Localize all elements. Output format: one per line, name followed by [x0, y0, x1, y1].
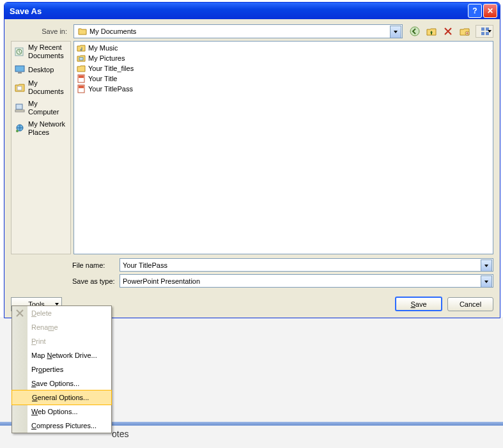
sidebar-item-label: My Documents	[28, 79, 68, 96]
svg-rect-2	[481, 27, 484, 31]
menu-item-map-network-drive[interactable]: Map Network Drive...	[12, 348, 111, 362]
up-one-level-button[interactable]	[426, 26, 437, 37]
close-button[interactable]: ✕	[483, 4, 497, 18]
sidebar-item-label: Desktop	[28, 66, 54, 74]
menu-item-compress-pictures[interactable]: Compress Pictures...	[12, 419, 111, 433]
file-list-pane[interactable]: My MusicMy PicturesYour Title_filesYour …	[74, 41, 493, 254]
filename-input[interactable]: Your TitlePass	[120, 258, 493, 272]
menu-item-label: Compress Pictures...	[31, 422, 97, 429]
save-as-dialog: Save As ? ✕ Save in: My Documents My Rec…	[4, 2, 500, 318]
cancel-button[interactable]: Cancel	[447, 297, 493, 311]
svg-rect-8	[15, 66, 24, 72]
ppt-file-icon	[77, 84, 86, 93]
sidebar-item-computer[interactable]: My Computer	[12, 98, 70, 118]
file-name: My Music	[88, 44, 118, 52]
tools-menu: DeleteRenamePrintMap Network Drive...Pro…	[12, 305, 112, 433]
desktop-icon	[14, 64, 26, 75]
file-name: Your Title_files	[88, 65, 134, 72]
menu-item-rename: Rename	[12, 320, 111, 334]
new-folder-button[interactable]	[459, 26, 470, 37]
views-button[interactable]	[476, 25, 493, 38]
svg-rect-11	[16, 104, 22, 109]
svg-point-14	[16, 130, 19, 132]
help-button[interactable]: ?	[468, 4, 482, 18]
dialog-title: Save As	[7, 6, 467, 16]
sidebar-item-label: My Computer	[28, 100, 68, 116]
save-in-value: My Documents	[89, 27, 136, 35]
save-as-type-label: Save as type:	[72, 277, 120, 285]
chevron-down-icon[interactable]	[481, 275, 492, 288]
sidebar-item-recent[interactable]: My Recent Documents	[12, 42, 70, 62]
computer-icon	[14, 102, 26, 114]
sidebar-item-documents[interactable]: My Documents	[12, 77, 70, 98]
svg-rect-10	[17, 86, 22, 90]
title-bar[interactable]: Save As ? ✕	[4, 3, 500, 19]
menu-item-label: Print	[31, 337, 46, 345]
filename-value: Your TitlePass	[123, 261, 167, 269]
folder-icon	[77, 43, 86, 52]
recent-documents-icon	[14, 46, 26, 58]
menu-item-delete: Delete	[12, 306, 111, 320]
file-name: My Pictures	[88, 54, 125, 62]
svg-rect-17	[79, 75, 84, 78]
places-bar: My Recent Documents Desktop My Documents…	[11, 41, 71, 254]
sidebar-item-network[interactable]: My Network Places	[12, 118, 70, 139]
file-name: Your Title	[88, 75, 117, 82]
menu-item-print: Print	[12, 334, 111, 348]
svg-rect-12	[15, 110, 24, 112]
delete-icon	[15, 308, 25, 318]
network-icon	[14, 123, 26, 134]
sidebar-item-label: My Network Places	[28, 120, 68, 137]
file-item[interactable]: Your Title_files	[75, 63, 491, 73]
chevron-down-icon[interactable]	[390, 26, 401, 38]
svg-rect-4	[481, 32, 484, 35]
menu-item-label: Delete	[31, 309, 52, 317]
notes-fragment: otes	[112, 429, 128, 439]
file-item[interactable]: My Pictures	[75, 53, 491, 63]
svg-rect-15	[79, 58, 83, 60]
file-name: Your TitlePass	[88, 85, 133, 93]
svg-rect-19	[79, 86, 84, 88]
save-as-type-dropdown[interactable]: PowerPoint Presentation	[120, 274, 493, 288]
folder-icon	[77, 64, 86, 73]
file-item[interactable]: Your Title	[75, 73, 491, 84]
menu-item-label: Rename	[31, 323, 58, 331]
menu-item-label: Save Options...	[31, 380, 79, 387]
sidebar-item-desktop[interactable]: Desktop	[12, 62, 70, 77]
documents-icon	[14, 82, 26, 93]
svg-rect-9	[18, 72, 22, 73]
save-in-label: Save in:	[13, 27, 74, 35]
save-as-type-value: PowerPoint Presentation	[123, 277, 200, 285]
menu-item-label: Properties	[31, 366, 63, 373]
save-in-row: Save in: My Documents	[4, 19, 500, 41]
folder-icon	[77, 54, 86, 63]
menu-item-label: General Options...	[32, 394, 89, 401]
menu-item-general-options[interactable]: General Options...	[12, 390, 112, 405]
sidebar-item-label: My Recent Documents	[28, 43, 68, 60]
save-button[interactable]: Save	[395, 297, 442, 311]
menu-item-label: Web Options...	[31, 408, 78, 415]
back-button[interactable]	[409, 26, 421, 37]
file-item[interactable]: Your TitlePass	[75, 84, 491, 94]
svg-point-0	[410, 27, 419, 36]
menu-item-label: Map Network Drive...	[31, 351, 97, 359]
menu-item-save-options[interactable]: Save Options...	[12, 376, 111, 390]
toolbar-icons	[409, 25, 493, 38]
menu-item-web-options[interactable]: Web Options...	[12, 405, 111, 419]
menu-item-properties[interactable]: Properties	[12, 362, 111, 376]
ppt-file-icon	[77, 74, 86, 83]
delete-button[interactable]	[442, 26, 454, 37]
chevron-down-icon[interactable]	[481, 259, 492, 272]
file-item[interactable]: My Music	[75, 43, 491, 53]
filename-label: File name:	[72, 261, 120, 269]
save-in-dropdown[interactable]: My Documents	[74, 24, 403, 38]
folder-icon	[78, 27, 87, 35]
